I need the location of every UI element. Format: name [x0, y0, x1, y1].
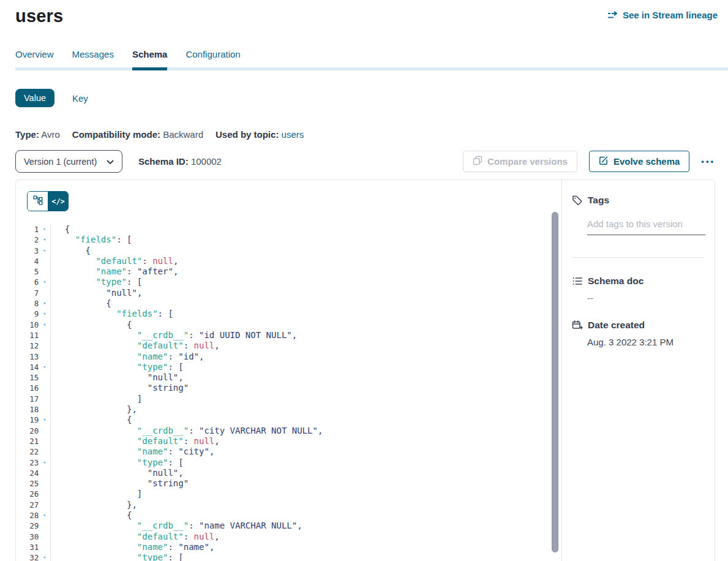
code-line: 26 ]: [16, 489, 561, 499]
add-tags-input[interactable]: [587, 219, 705, 235]
fold-arrow[interactable]: ▾: [39, 362, 50, 372]
page-header: users See in Stream lineage: [15, 0, 715, 26]
line-number: 26: [16, 489, 39, 499]
code-line: 31 "name": "name",: [16, 542, 561, 552]
line-number: 10: [16, 320, 39, 330]
fold-spacer: [39, 468, 50, 478]
line-number: 18: [16, 404, 39, 415]
schema-doc-heading: Schema doc: [572, 276, 705, 287]
date-created-value: Aug. 3 2022 3:21 PM: [587, 337, 705, 347]
line-number: 31: [16, 542, 39, 552]
code-line: 10▾ {: [16, 320, 561, 330]
code-line: 25 "string": [16, 478, 561, 489]
fold-arrow[interactable]: ▾: [39, 277, 50, 287]
code-text: "default": null,: [51, 436, 220, 446]
value-key-toggle: Value Key: [15, 89, 715, 107]
compare-versions-button[interactable]: Compare versions: [463, 151, 577, 172]
code-text: "fields": [: [51, 235, 132, 245]
schema-id: Schema ID: 100002: [138, 156, 222, 167]
code-view-icon: </>: [51, 197, 65, 206]
code-line: 4 "default": null,: [16, 256, 561, 266]
fold-spacer: [39, 532, 50, 542]
fold-spacer: [39, 341, 50, 351]
schema-sidebar: Tags Schema doc --: [561, 180, 715, 561]
code-line: 28▾ {: [16, 510, 561, 521]
compatibility-mode: Compatibility mode: Backward: [72, 129, 203, 140]
code-line: 9▾ "fields": [: [16, 309, 561, 319]
evolve-schema-button[interactable]: Evolve schema: [589, 151, 689, 172]
tab-overview[interactable]: Overview: [15, 49, 54, 70]
code-line: 3▾ {: [16, 246, 561, 256]
fold-arrow[interactable]: ▾: [39, 552, 50, 561]
line-number: 27: [16, 500, 39, 510]
code-text: },: [51, 404, 137, 415]
version-select[interactable]: Version 1 (current): [15, 150, 122, 173]
line-number: 8: [16, 298, 39, 309]
see-in-stream-lineage-link[interactable]: See in Stream lineage: [607, 10, 718, 20]
date-created-heading: Date created: [572, 320, 705, 331]
fold-arrow[interactable]: ▾: [39, 235, 50, 245]
fold-spacer: [39, 266, 50, 277]
line-number: 5: [16, 266, 39, 277]
code-text: {: [51, 320, 132, 330]
code-text: "string": [51, 383, 189, 393]
code-text: {: [51, 224, 70, 235]
code-view-button[interactable]: </>: [48, 192, 68, 211]
key-toggle-link[interactable]: Key: [72, 93, 88, 104]
schema-code-editor[interactable]: 1▾ {2▾ "fields": [3▾ {4 "default": null,…: [16, 224, 561, 561]
code-line: 11 "__crdb__": "id UUID NOT NULL",: [16, 330, 561, 341]
fold-spacer: [39, 521, 50, 531]
line-number: 30: [16, 532, 39, 542]
code-text: ]: [51, 489, 142, 499]
fold-arrow[interactable]: ▾: [39, 246, 50, 256]
schema-meta-row: Type: Avro Compatibility mode: Backward …: [15, 129, 715, 140]
tab-messages[interactable]: Messages: [72, 49, 114, 70]
fold-arrow[interactable]: ▾: [39, 320, 50, 330]
code-text: "fields": [: [51, 309, 173, 319]
fold-spacer: [39, 542, 50, 552]
view-mode-toggle: </>: [27, 191, 69, 211]
fold-spacer: [39, 446, 50, 457]
fold-arrow[interactable]: ▾: [39, 415, 50, 425]
line-number: 2: [16, 235, 39, 245]
vertical-scrollbar-thumb[interactable]: [552, 212, 558, 552]
code-line: 16 "string": [16, 383, 561, 393]
line-number: 12: [16, 341, 39, 351]
fold-spacer: [39, 256, 50, 266]
code-text: {: [51, 298, 111, 309]
code-text: "name": "city",: [51, 446, 214, 457]
code-text: {: [51, 415, 132, 425]
value-toggle-button[interactable]: Value: [15, 89, 54, 107]
fold-spacer: [39, 352, 50, 362]
fold-spacer: [39, 478, 50, 489]
tab-bar: Overview Messages Schema Configuration: [15, 49, 728, 70]
code-line: 15 "null",: [16, 372, 561, 383]
fold-arrow[interactable]: ▾: [39, 224, 50, 235]
code-text: "null",: [51, 288, 142, 298]
tree-view-button[interactable]: [28, 192, 48, 211]
page-title: users: [15, 6, 63, 26]
fold-arrow[interactable]: ▾: [39, 309, 50, 319]
fold-arrow[interactable]: ▾: [39, 457, 50, 468]
line-number: 22: [16, 446, 39, 457]
topic-link[interactable]: users: [282, 129, 304, 140]
tab-schema[interactable]: Schema: [132, 49, 168, 70]
tab-configuration[interactable]: Configuration: [186, 49, 240, 70]
chevron-down-icon: [107, 157, 114, 167]
fold-arrow[interactable]: ▾: [39, 510, 50, 521]
code-line: 5 "name": "after",: [16, 266, 561, 277]
fold-spacer: [39, 288, 50, 298]
line-number: 28: [16, 510, 39, 521]
used-by-topic: Used by topic: users: [216, 129, 304, 140]
line-number: 23: [16, 457, 39, 468]
fold-spacer: [39, 330, 50, 341]
code-text: "string": [51, 478, 189, 489]
fold-arrow[interactable]: ▾: [39, 298, 50, 309]
more-actions-button[interactable]: •••: [701, 157, 715, 166]
schema-controls-row: Version 1 (current) Schema ID: 100002 Co…: [15, 150, 715, 173]
list-icon: [572, 276, 583, 287]
line-number: 7: [16, 288, 39, 298]
fold-spacer: [39, 404, 50, 415]
tags-heading: Tags: [572, 195, 705, 206]
line-number: 1: [16, 224, 39, 235]
